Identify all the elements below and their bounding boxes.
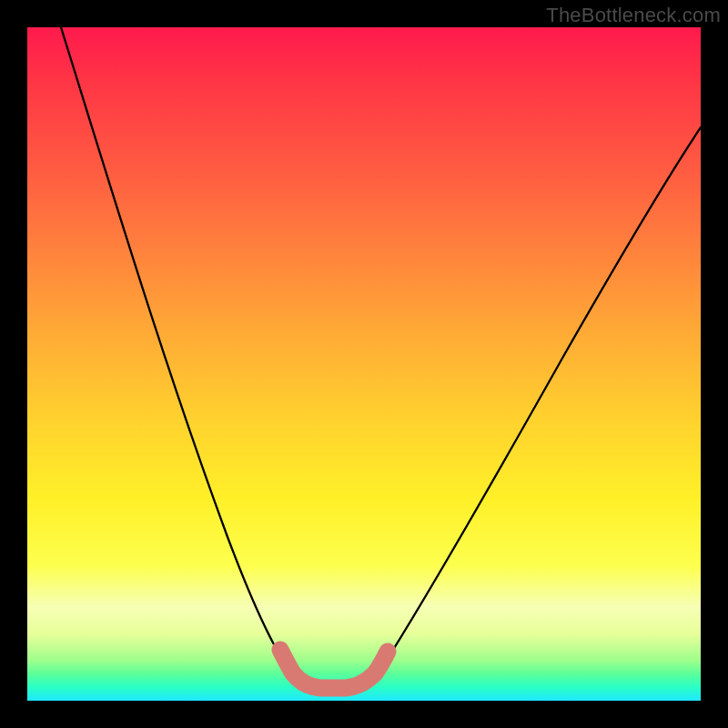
outer-frame: TheBottleneck.com	[0, 0, 728, 728]
trough-marker	[280, 650, 388, 688]
chart-svg	[27, 27, 701, 701]
bottleneck-curve	[61, 27, 701, 687]
watermark-text: TheBottleneck.com	[546, 4, 721, 27]
plot-area	[27, 27, 701, 701]
